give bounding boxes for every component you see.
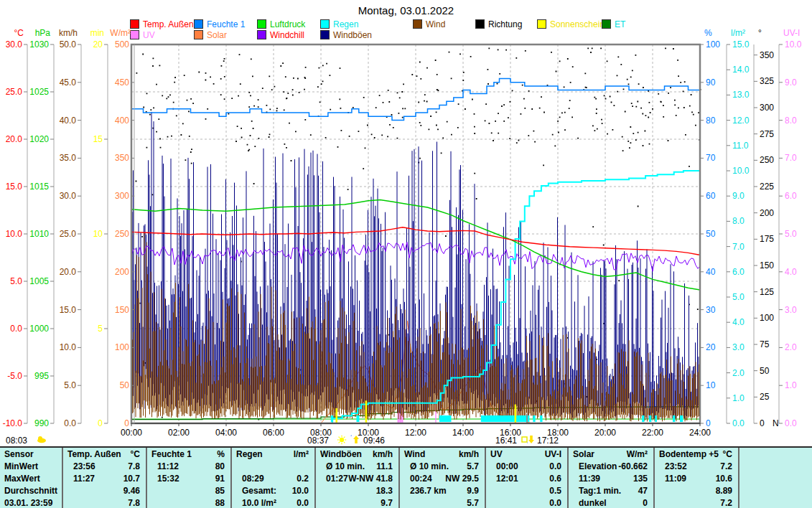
col-title: Feuchte 1 [147, 449, 192, 459]
axis-tick-label: 7.0 [785, 153, 797, 163]
cell-value: 0.2 [297, 474, 316, 484]
axis-tick-label: 5 [98, 324, 103, 334]
cell-time: 11:27 [63, 474, 95, 484]
weather-chart-window: Montag, 03.01.2022 Temp. AußenFeuchte 1L… [0, 0, 812, 508]
cell-value: 9.9 [467, 486, 486, 496]
cell-value: 10.6 [716, 474, 739, 484]
axis-tick-label: 40.0 [60, 116, 77, 126]
axis-tick-label: 1025 [29, 87, 49, 97]
axis-unit-label: % [704, 28, 712, 38]
row-label: MaxWert [0, 472, 62, 484]
axis-uvi: 10.09.08.07.06.05.04.03.02.01.00.0UV-I [779, 28, 802, 428]
axis-tick-label: 1.0 [732, 393, 745, 403]
rain-period-mark [680, 415, 683, 422]
col-unit: l/m² [294, 449, 316, 459]
axis-tick-label: 0.0 [785, 418, 797, 428]
rain-period-mark [642, 415, 644, 422]
axis-tick-label: 10.0 [6, 229, 23, 239]
cell-value: 7.8 [128, 498, 147, 508]
axis-tick-label: 1030 [29, 39, 49, 50]
cell-time: Ø 10 min. [316, 461, 365, 471]
axis-tick-label: 50.0 [60, 39, 77, 50]
axis-tick-label: 15.0 [60, 305, 77, 315]
axis-extra-label: N [773, 418, 779, 428]
x-tick-label: 22:00 [642, 428, 663, 438]
axis-hPa: 1030102510201015101010051000995990hPa [29, 28, 54, 428]
axis-tick-label: 0 [98, 418, 103, 428]
cell-value: 7.2 [720, 498, 739, 508]
col-unit: % [217, 449, 232, 459]
summary-col-wind: Windkm/hØ 10 min.5.700:24NW 29.5236.7 km… [398, 448, 486, 508]
axis-tick-label: 450 [115, 77, 129, 88]
axis-tick-label: 1005 [29, 276, 49, 286]
axis-tick-label: 8.0 [732, 216, 745, 226]
summary-col-uv: UVUV-I00:000.012:010.60.50.0 [485, 448, 569, 508]
sun-annotation-time: 09:46 [363, 436, 385, 446]
summary-col-feuchte-1: Feuchte 1%11:128015:32918588 [146, 448, 232, 508]
axis-tick-label: 3.0 [732, 342, 745, 352]
axis-tick-label: 6.0 [732, 267, 745, 277]
x-tick-label: 14:00 [452, 428, 474, 438]
axis-unit-label: km/h [59, 28, 78, 38]
cell-time: 15:32 [147, 474, 179, 484]
x-tick-label: 20:00 [594, 428, 616, 438]
axis-tick-label: 12.0 [732, 116, 750, 126]
cell-value: 9.46 [123, 486, 147, 496]
axis-tick-label: 15.0 [732, 39, 750, 50]
axis-tick-label: 30 [706, 305, 716, 315]
rain-period-mark [331, 415, 333, 422]
cell-time: Gesamt: [232, 486, 276, 496]
summary-col-temp-au-en: Temp. Außen°C23:567.811:2710.79.467.8 [62, 448, 147, 508]
cell-value: W-NW 41.8 [348, 474, 400, 484]
axis-pct: 1009080706050403020100% [700, 28, 720, 428]
cell-value: 85 [215, 486, 232, 496]
cell-value: 0.0 [549, 461, 569, 471]
x-tick-label: 02:00 [168, 428, 190, 438]
col-unit: km/h [373, 449, 400, 459]
axis-deg: 3503253002752502252001751501251007550250… [754, 28, 779, 428]
axis-lm2: 15.014.013.012.011.010.09.08.07.06.05.04… [727, 28, 750, 428]
axis-tick-label: 1010 [29, 229, 49, 239]
cell-time: 11:39 [569, 474, 600, 484]
col-unit: km/h [459, 449, 486, 459]
axis-tick-label: 1000 [29, 324, 49, 334]
summary-col-solar: SolarW/m²Elevation-60.66211:39135Tag:1 m… [567, 448, 655, 508]
cell-value: 0.5 [549, 486, 569, 496]
cell-time: 00:00 [486, 461, 518, 471]
summary-col-bodentemp-5: Bodentemp +5°C23:527.211:0910.68.897.2 [653, 448, 739, 508]
x-tick-label: 00:00 [121, 428, 142, 438]
cell-value: 135 [633, 474, 655, 484]
axis-tick-label: 10 [93, 229, 103, 239]
cell-time: 23:56 [63, 461, 95, 471]
axis-tick-label: 80 [706, 116, 716, 126]
sun-annotation-time: 08:37 [307, 436, 329, 446]
cell-value: 47 [638, 486, 655, 496]
axis-tick-label: 45.0 [60, 77, 77, 88]
sun-annotation-time: 16:41 [495, 436, 517, 446]
cell-time: 00:24 [400, 474, 432, 484]
axis-tick-label: 15 [93, 134, 103, 144]
cell-time: 10.0 l/m² [232, 498, 276, 508]
weather-chart: 30.025.020.015.010.05.00.0-5.0-10.0°C103… [0, 0, 812, 446]
rain-period-mark [540, 415, 542, 422]
axis-tick-label: 60 [706, 191, 716, 201]
axis-C: 30.025.020.015.010.05.00.0-5.0-10.0°C [3, 28, 27, 428]
axis-tick-label: 35.0 [60, 153, 77, 163]
axis-unit-label: UV-I [783, 28, 800, 38]
axis-kmh: 50.045.040.035.030.025.020.015.010.05.00… [59, 28, 81, 428]
axis-tick-label: 400 [115, 116, 129, 126]
axis-tick-label: 0.0 [10, 324, 22, 334]
axis-tick-label: 350 [115, 153, 129, 163]
rain-period-mark [481, 415, 530, 422]
cell-time: 01:27 [316, 474, 348, 484]
summary-col-regen: Regenl/m²08:290.2Gesamt:10.010.0 l/m²0.0 [230, 448, 316, 508]
axis-unit-label: l/m² [731, 28, 745, 38]
cell-time: 11:12 [147, 461, 179, 471]
summary-col-sensor: SensorMinWertMaxWertDurchschnitt03.01. 2… [0, 448, 62, 508]
axis-tick-label: 90 [706, 77, 716, 88]
axis-tick-label: 500 [115, 39, 129, 50]
axis-tick-label: 5.0 [64, 380, 76, 390]
axis-tick-label: 250 [760, 155, 774, 165]
axis-tick-label: 200 [760, 208, 774, 218]
axis-tick-label: 0 [706, 418, 711, 428]
